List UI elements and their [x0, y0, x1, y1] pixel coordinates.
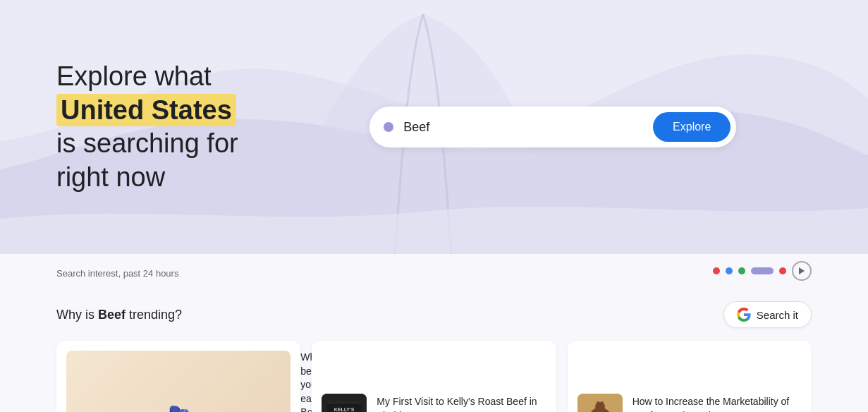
article-card-2[interactable]: KELLY'S My First Visit to Kelly's Roast …	[312, 341, 556, 412]
cards-row: 🫐 What's the best thing you've ever eate…	[56, 341, 812, 412]
search-box: Explore	[369, 107, 736, 147]
carousel-indicators	[713, 261, 812, 281]
search-interest-label: Search interest, past 24 hours	[56, 268, 178, 279]
carousel-dot-red[interactable]	[713, 267, 720, 274]
search-input[interactable]	[403, 120, 653, 135]
calf-thumb	[577, 394, 623, 412]
headline-line3: right now	[56, 162, 165, 192]
search-interest-row: Search interest, past 24 hours	[56, 268, 812, 290]
article-info-3: How to Increase the Marketability of Bee…	[632, 395, 802, 412]
article-info-2: My First Visit to Kelly's Roast Beef in …	[377, 395, 546, 412]
google-icon	[737, 308, 751, 322]
svg-text:KELLY'S: KELLY'S	[334, 407, 355, 412]
article-card-3[interactable]: How to Increase the Marketability of Bee…	[568, 341, 812, 412]
bottom-section: Search interest, past 24 hours Why is Be…	[0, 254, 868, 412]
article-title-2: My First Visit to Kelly's Roast Beef in …	[377, 395, 546, 412]
search-dot-icon	[384, 122, 393, 132]
headline: Explore what United States is searching …	[56, 60, 238, 194]
carousel-dot-active[interactable]	[751, 267, 774, 274]
hero-section: Explore what United States is searching …	[0, 0, 868, 254]
search-it-label: Search it	[757, 309, 798, 321]
article-thumb-3	[577, 394, 623, 412]
headline-highlight: United States	[56, 94, 236, 126]
hero-content: Explore what United States is searching …	[0, 0, 868, 254]
carousel-play-button[interactable]	[792, 261, 812, 281]
carousel-dot-green[interactable]	[738, 267, 745, 274]
headline-line1: Explore what	[56, 61, 212, 91]
trending-header: Why is Beef trending? Search it	[56, 301, 812, 328]
search-area: Explore	[295, 107, 812, 147]
carousel-dot-blue[interactable]	[726, 267, 733, 274]
search-it-button[interactable]: Search it	[723, 301, 812, 328]
trending-title: Why is Beef trending?	[56, 308, 182, 322]
carousel-dot-red2[interactable]	[779, 267, 786, 274]
svg-point-18	[597, 401, 599, 406]
kellys-thumb: KELLY'S	[322, 394, 367, 412]
article-thumb-1: 🫐	[66, 351, 291, 412]
article-card-1[interactable]: 🫐 What's the best thing you've ever eate…	[56, 341, 300, 412]
headline-line2: is searching for	[56, 128, 238, 158]
article-thumb-2: KELLY'S	[322, 394, 367, 412]
explore-button[interactable]: Explore	[653, 112, 731, 142]
svg-point-19	[601, 401, 604, 406]
play-icon	[798, 267, 805, 275]
article-title-3: How to Increase the Marketability of Bee…	[632, 395, 802, 412]
